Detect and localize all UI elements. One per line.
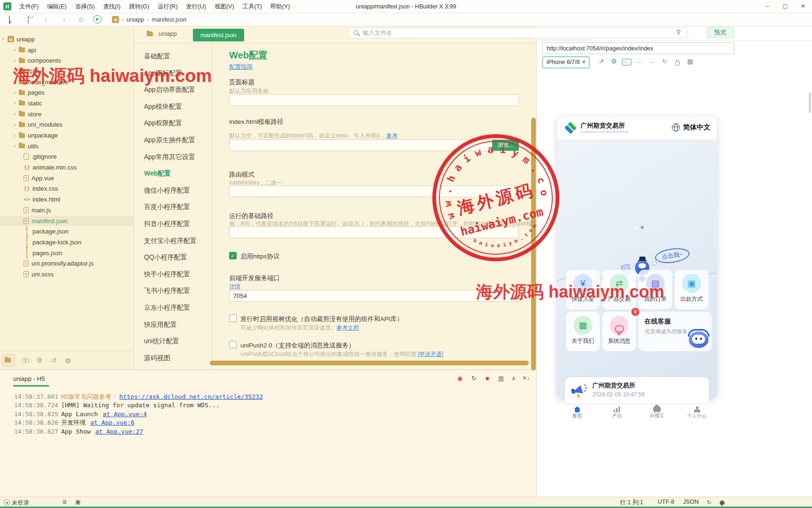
menu-find[interactable]: 查找(I) <box>99 0 125 13</box>
login-status[interactable]: 未登录 <box>4 499 29 507</box>
log-link[interactable]: at App.vue:27 <box>96 428 143 435</box>
tab-home[interactable]: 首页 <box>557 405 597 420</box>
lock-icon[interactable] <box>673 57 682 65</box>
notification-bell-icon[interactable] <box>720 499 724 505</box>
tree-file-package-lock-json[interactable]: [ ]package-lock.json <box>0 237 134 248</box>
tree-file-animate-css[interactable]: {}animate.min.css <box>0 162 134 173</box>
nav-app-icon-config[interactable]: App图标配置 <box>135 65 212 82</box>
dev-port-detail-link[interactable]: 详情 <box>229 282 240 290</box>
encoding-indicator[interactable]: UTF-8 <box>658 499 674 505</box>
preview-button[interactable]: 预览 <box>707 27 734 38</box>
open-external-icon[interactable]: ↗ <box>597 57 606 65</box>
tree-file-package-json[interactable]: [ ]package.json <box>0 226 134 237</box>
file-search-box[interactable] <box>348 28 688 38</box>
tree-folder-node-modules[interactable]: ›node_modules <box>0 77 134 88</box>
nav-jd-mp-config[interactable]: 京东小程序配置 <box>135 299 212 316</box>
tree-file-uni-promisify-js[interactable]: Juni.promisify.adaptor.js <box>0 258 134 269</box>
grid-item-orders[interactable]: ▤ 我的订单 <box>638 270 672 309</box>
chevron-right-icon[interactable]: › <box>11 79 18 85</box>
click-me-bubble[interactable]: 点击我~ <box>654 246 690 265</box>
tree-folder-components[interactable]: ›components <box>0 55 134 66</box>
tree-file-main-js[interactable]: Jmain.js <box>0 205 134 216</box>
template-path-input[interactable] <box>229 139 519 151</box>
cursor-position[interactable]: 行:1 列:1 <box>620 499 643 507</box>
config-guide-link[interactable]: 配置指南 <box>229 63 253 71</box>
log-link[interactable]: at App.vue:6 <box>90 419 135 426</box>
notice-card[interactable]: 广州期货交易所 2024-02-08 10:47:59 <box>565 377 709 403</box>
tree-file-uni-scss[interactable]: Suni.scss <box>0 269 134 280</box>
tab-profile[interactable]: 个人中心 <box>677 405 717 420</box>
breadcrumb-file[interactable]: manifest.json <box>152 16 187 23</box>
menu-publish[interactable]: 发行(U) <box>182 0 210 13</box>
nav-quickapp-config[interactable]: 快应用配置 <box>135 316 212 333</box>
nav-douyin-mp-config[interactable]: 抖音小程序配置 <box>135 216 212 233</box>
nav-alipay-mp-config[interactable]: 支付宝小程序配置 <box>135 233 212 250</box>
horizontal-scrollbar[interactable] <box>210 361 529 365</box>
grid-item-about[interactable]: ▦ 关于我们 <box>566 312 600 351</box>
debug-view-icon[interactable]: ⚙ <box>33 354 46 366</box>
chevron-right-icon[interactable]: › <box>11 121 18 128</box>
menu-view[interactable]: 视图(V) <box>210 0 239 13</box>
tree-folder-api[interactable]: ›api <box>0 45 134 56</box>
vertical-scrollbar[interactable] <box>531 118 536 371</box>
nav-back-icon[interactable]: ← <box>635 57 644 65</box>
url-input[interactable] <box>543 43 734 54</box>
panel-scrollbar[interactable] <box>809 92 811 113</box>
qr-code-icon[interactable]: ▦ <box>685 57 695 65</box>
save-icon[interactable] <box>24 15 33 24</box>
chevron-right-icon[interactable]: › <box>11 57 18 64</box>
files-view-icon[interactable] <box>2 354 15 366</box>
nav-app-module-config[interactable]: App模块配置 <box>135 98 212 115</box>
menu-select[interactable]: 选择(S) <box>71 0 99 13</box>
base-path-input[interactable] <box>229 226 519 238</box>
nav-app-launch-config[interactable]: App启动界面配置 <box>135 81 212 98</box>
tab-manifest-json[interactable]: manifest.json <box>193 29 244 41</box>
stop-icon[interactable]: ■ <box>486 375 489 382</box>
clear-console-icon[interactable]: ✕↓ <box>522 375 530 381</box>
refresh-icon[interactable]: ↻ <box>660 57 669 65</box>
grid-item-customer-service[interactable]: 在线客服 优质竭诚为您服务 <box>638 312 712 351</box>
chevron-right-icon[interactable]: › <box>11 111 18 117</box>
tree-folder-static[interactable]: ›static <box>0 98 134 109</box>
tree-file-manifest-json[interactable]: ⚙manifest.json <box>0 216 134 226</box>
chevron-right-icon[interactable]: › <box>11 89 18 96</box>
tab-uniapp-folder[interactable]: uniapp <box>146 30 177 37</box>
close-button[interactable]: ✕ <box>794 0 812 13</box>
carousel-dots[interactable] <box>635 226 644 229</box>
layout-icon[interactable]: ▣ <box>75 499 80 505</box>
screenshot-icon[interactable]: ▥ <box>498 375 504 382</box>
chevron-down-icon[interactable]: › <box>0 36 7 42</box>
template-reference-link[interactable]: 参考 <box>386 132 398 139</box>
filter-icon[interactable]: ∇ <box>677 29 681 36</box>
grid-item-deposit[interactable]: ¥ 快捷入金 <box>566 270 600 309</box>
tree-folder-pages[interactable]: ›pages <box>0 87 134 98</box>
nav-app-other-config[interactable]: App常用其它设置 <box>135 149 212 166</box>
tree-folder-store[interactable]: ›store <box>0 109 134 120</box>
collapse-icon[interactable]: ∧ <box>511 375 516 382</box>
tree-folder-unpackage[interactable]: ›unpackage <box>0 130 134 141</box>
tab-products[interactable]: 产品 <box>597 405 637 420</box>
filetype-indicator[interactable]: JSON <box>683 499 699 505</box>
nav-weixin-mp-config[interactable]: 微信小程序配置 <box>135 182 212 199</box>
breadcrumb-project[interactable]: uniapp <box>127 16 144 23</box>
unipush-checkbox[interactable] <box>229 341 237 348</box>
https-checkbox[interactable]: ✓ <box>229 252 237 259</box>
forward-icon[interactable]: › <box>59 15 69 24</box>
devtools-console-icon[interactable]: >_ <box>622 59 631 65</box>
grid-item-trade[interactable]: ⇄ 产品交易 <box>602 270 636 309</box>
page-title-input[interactable] <box>229 94 519 106</box>
unipush-apply-link[interactable]: [申请开通] <box>418 351 444 357</box>
chevron-right-icon[interactable]: › <box>11 132 18 139</box>
nav-app-permission-config[interactable]: App权限配置 <box>135 115 212 132</box>
menu-file[interactable]: 文件(F) <box>15 0 43 13</box>
tree-file-index-html[interactable]: <>index.html <box>0 194 134 205</box>
menu-tools[interactable]: 工具(T) <box>239 0 266 13</box>
nav-feishu-mp-config[interactable]: 飞书小程序配置 <box>135 282 212 299</box>
run-icon[interactable]: ▶ <box>93 15 102 24</box>
menu-help[interactable]: 帮助(Y) <box>266 0 295 13</box>
nav-app-native-plugin-config[interactable]: App原生插件配置 <box>135 132 212 149</box>
settings-gear-icon[interactable]: ⚙ <box>609 57 619 65</box>
nav-baidu-mp-config[interactable]: 百度小程序配置 <box>135 199 212 216</box>
tree-folder-utils[interactable]: ›utils <box>0 141 134 152</box>
nav-web-config[interactable]: Web配置 <box>135 165 212 182</box>
